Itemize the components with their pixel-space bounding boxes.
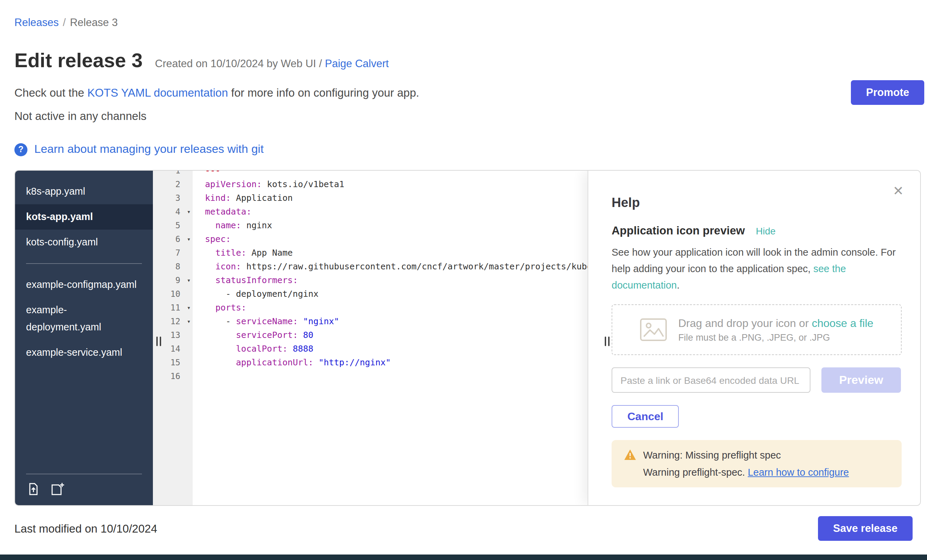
file-tree: k8s-app.yamlkots-app.yamlkots-config.yam…	[15, 171, 153, 473]
page-footer: Last modified on 10/10/2024 Save release	[14, 516, 921, 541]
channel-status: Not active in any channels	[14, 110, 921, 123]
line-number: 5	[153, 219, 193, 232]
created-text: Created on 10/10/2024 by Web UI /	[155, 58, 325, 69]
docs-row: Check out the KOTS YAML documentation fo…	[14, 87, 921, 99]
dropzone-main-text: Drag and drop your icon or choose a file	[678, 317, 873, 329]
line-number: 9▾	[153, 273, 193, 287]
new-file-icon[interactable]	[50, 482, 66, 496]
warning-title-row: Warning: Missing preflight spec	[624, 449, 889, 461]
save-release-button[interactable]: Save release	[818, 516, 913, 541]
edit-release-page: Releases/Release 3 Edit release 3 Create…	[0, 0, 927, 560]
choose-file-link[interactable]: choose a file	[812, 317, 874, 329]
line-number: 2	[153, 178, 193, 191]
line-number: 15	[153, 356, 193, 369]
release-editor-workspace: k8s-app.yamlkots-app.yamlkots-config.yam…	[14, 170, 921, 506]
last-modified-text: Last modified on 10/10/2024	[14, 522, 157, 535]
docs-text-prefix: Check out the	[14, 87, 87, 99]
fold-arrow-icon[interactable]: ▾	[187, 301, 191, 315]
dropzone-drag-text: Drag and drop your icon or	[678, 317, 812, 329]
close-icon[interactable]: ✕	[893, 183, 904, 199]
line-number: 6▾	[153, 232, 193, 246]
configure-preflight-link[interactable]: Learn how to configure	[748, 467, 849, 478]
file-sidebar: k8s-app.yamlkots-app.yamlkots-config.yam…	[15, 171, 153, 505]
file-tree-divider	[26, 263, 142, 264]
dropzone-hint: File must be a .PNG, .JPEG, or .JPG	[678, 332, 873, 342]
line-number: 3	[153, 191, 193, 205]
line-number: 10	[153, 287, 193, 301]
warning-icon	[624, 449, 636, 461]
line-number: 7	[153, 246, 193, 260]
breadcrumb-separator: /	[63, 17, 66, 28]
help-panel: ✕ Help Application icon preview Hide See…	[588, 171, 920, 505]
fold-arrow-icon[interactable]: ▾	[187, 273, 191, 287]
breadcrumb-releases-link[interactable]: Releases	[14, 17, 59, 28]
created-by-link[interactable]: Paige Calvert	[325, 58, 389, 69]
question-icon: ?	[14, 143, 27, 156]
line-number: 11▾	[153, 301, 193, 315]
cancel-button[interactable]: Cancel	[612, 405, 679, 428]
help-description-period: .	[677, 280, 679, 291]
dropzone-text-block: Drag and drop your icon or choose a file…	[678, 317, 873, 342]
help-description-text: See how your application icon will look …	[612, 247, 896, 274]
app-window: Releases/Release 3 Edit release 3 Create…	[0, 0, 927, 560]
icon-preview-section-header: Application icon preview Hide	[612, 224, 901, 237]
line-number: 1	[153, 171, 193, 178]
icon-url-row: Preview	[612, 367, 901, 393]
breadcrumb: Releases/Release 3	[14, 17, 921, 29]
warning-title: Warning: Missing preflight spec	[643, 449, 781, 460]
file-tree-item-example-service-yaml[interactable]: example-service.yaml	[15, 340, 153, 365]
line-number: 16	[153, 369, 193, 383]
warning-detail-text: Warning preflight-spec.	[643, 467, 748, 478]
git-help-row: ? Learn about managing your releases wit…	[14, 143, 921, 156]
breadcrumb-current: Release 3	[70, 17, 118, 28]
line-number: 12▾	[153, 315, 193, 328]
title-row: Edit release 3 Created on 10/10/2024 by …	[14, 49, 921, 72]
help-description: See how your application icon will look …	[612, 244, 902, 293]
icon-preview-title: Application icon preview	[612, 224, 745, 237]
resize-handle-right[interactable]	[605, 337, 609, 346]
sidebar-bottom	[15, 473, 153, 505]
git-releases-link[interactable]: Learn about managing your releases with …	[34, 143, 264, 156]
fold-arrow-icon[interactable]: ▾	[187, 205, 191, 219]
line-number: 4▾	[153, 205, 193, 219]
image-placeholder-icon	[640, 318, 667, 341]
file-tree-item-example-configmap-yaml[interactable]: example-configmap.yaml	[15, 272, 153, 297]
icon-url-input[interactable]	[612, 367, 810, 393]
kots-yaml-docs-link[interactable]: KOTS YAML documentation	[87, 87, 228, 99]
file-tree-item-kots-config-yaml[interactable]: kots-config.yaml	[15, 230, 153, 255]
upload-file-icon[interactable]	[26, 482, 41, 496]
help-panel-title: Help	[612, 195, 901, 211]
bottom-band	[0, 554, 927, 560]
created-info: Created on 10/10/2024 by Web UI / Paige …	[155, 58, 389, 70]
docs-text-suffix: for more info on configuring your app.	[228, 87, 419, 99]
warning-detail-row: Warning preflight-spec. Learn how to con…	[643, 467, 889, 478]
preview-button[interactable]: Preview	[821, 367, 901, 393]
sidebar-divider	[26, 473, 142, 474]
hide-link[interactable]: Hide	[756, 226, 776, 237]
fold-arrow-icon[interactable]: ▾	[187, 232, 191, 246]
file-tree-item-example-deployment-yaml[interactable]: example-deployment.yaml	[15, 297, 153, 340]
fold-arrow-icon[interactable]: ▾	[187, 315, 191, 328]
preflight-warning-box: Warning: Missing preflight spec Warning …	[612, 440, 902, 487]
page-title: Edit release 3	[14, 49, 143, 72]
file-tree-item-k8s-app-yaml[interactable]: k8s-app.yaml	[15, 179, 153, 204]
promote-button[interactable]: Promote	[851, 80, 924, 105]
resize-handle-left[interactable]	[157, 337, 161, 346]
file-tree-item-kots-app-yaml[interactable]: kots-app.yaml	[15, 204, 153, 230]
icon-dropzone[interactable]: Drag and drop your icon or choose a file…	[612, 304, 902, 355]
line-number: 8	[153, 260, 193, 273]
sidebar-icons	[26, 482, 142, 496]
